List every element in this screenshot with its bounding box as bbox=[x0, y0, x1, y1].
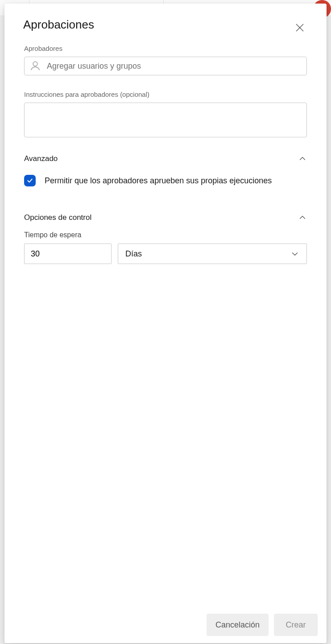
instructions-textarea[interactable] bbox=[24, 103, 307, 137]
instructions-label: Instrucciones para aprobadores (opcional… bbox=[24, 91, 307, 98]
checkmark-icon bbox=[26, 177, 33, 184]
timeout-label: Tiempo de espera bbox=[24, 231, 307, 239]
advanced-title: Avanzado bbox=[24, 154, 58, 163]
approvers-group: Aprobadores bbox=[24, 45, 307, 75]
timeout-row: Días bbox=[24, 244, 307, 264]
chevron-up-icon bbox=[298, 154, 307, 163]
chevron-down-icon bbox=[290, 249, 299, 258]
cancel-button[interactable]: Cancelación bbox=[207, 614, 269, 636]
panel-footer: Cancelación Crear bbox=[4, 607, 327, 643]
allow-self-approve-label: Permitir que los aprobadores aprueben su… bbox=[45, 176, 272, 186]
approvers-input[interactable] bbox=[47, 62, 302, 71]
control-title: Opciones de control bbox=[24, 213, 91, 222]
close-button[interactable] bbox=[292, 20, 308, 36]
allow-self-approve-row: Permitir que los aprobadores aprueben su… bbox=[24, 175, 307, 186]
approvals-panel: Aprobaciones Aprobadores Instrucciones p… bbox=[4, 4, 327, 643]
timeout-unit-label: Días bbox=[125, 249, 142, 259]
advanced-section-header[interactable]: Avanzado bbox=[24, 154, 307, 163]
approvers-label: Aprobadores bbox=[24, 45, 307, 52]
allow-self-approve-checkbox[interactable] bbox=[24, 175, 36, 186]
timeout-value-input[interactable] bbox=[24, 244, 112, 264]
instructions-group: Instrucciones para aprobadores (opcional… bbox=[24, 91, 307, 139]
panel-body: Aprobadores Instrucciones para aprobador… bbox=[4, 45, 327, 607]
control-options-section: Opciones de control Tiempo de espera Día… bbox=[24, 213, 307, 264]
create-button[interactable]: Crear bbox=[274, 614, 318, 636]
control-section-header[interactable]: Opciones de control bbox=[24, 213, 307, 222]
svg-point-2 bbox=[33, 62, 37, 66]
approvers-input-wrapper[interactable] bbox=[24, 57, 307, 75]
panel-header: Aprobaciones bbox=[4, 4, 327, 45]
close-icon bbox=[294, 22, 305, 33]
panel-title: Aprobaciones bbox=[23, 18, 94, 32]
person-icon bbox=[29, 60, 41, 72]
chevron-up-icon bbox=[298, 213, 307, 222]
timeout-unit-select[interactable]: Días bbox=[118, 244, 307, 264]
